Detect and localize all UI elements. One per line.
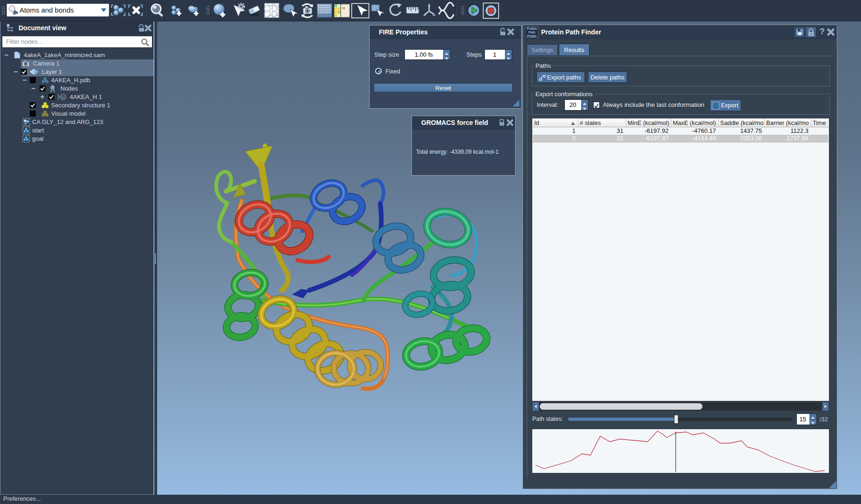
- svg-text:Atoms and bonds: Atoms and bonds: [20, 6, 74, 14]
- svg-text:H: H: [342, 6, 345, 10]
- svg-text:M: M: [62, 95, 65, 99]
